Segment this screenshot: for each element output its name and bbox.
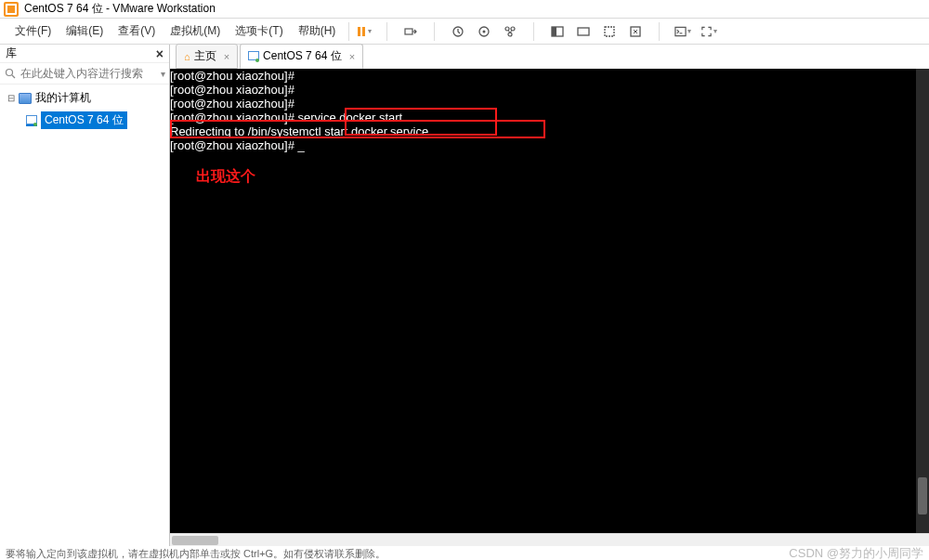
chevron-down-icon: ▾ bbox=[368, 27, 372, 35]
status-text: 要将输入定向到该虚拟机，请在虚拟机内部单击或按 Ctrl+G。如有侵权请联系删除… bbox=[6, 547, 386, 561]
svg-rect-1 bbox=[362, 27, 365, 36]
sidebar-tree: ⊟ 我的计算机 CentOS 7 64 位 bbox=[0, 85, 169, 546]
statusbar: 要将输入定向到该虚拟机，请在虚拟机内部单击或按 Ctrl+G。如有侵权请联系删除… bbox=[0, 546, 929, 560]
tab-vm-label: CentOS 7 64 位 bbox=[263, 48, 342, 64]
monitor-icon bbox=[19, 93, 32, 104]
menu-help[interactable]: 帮助(H) bbox=[291, 20, 344, 43]
tree-vm-label: CentOS 7 64 位 bbox=[41, 111, 127, 129]
sidebar-search: ▾ bbox=[0, 63, 169, 85]
svg-point-16 bbox=[7, 70, 13, 76]
svg-rect-2 bbox=[405, 29, 412, 34]
app-icon bbox=[4, 2, 19, 17]
menu-edit[interactable]: 编辑(E) bbox=[59, 20, 111, 43]
tab-home[interactable]: ⌂ 主页 × bbox=[176, 44, 238, 69]
terminal-line: [root@zhou xiaozhou]# bbox=[170, 83, 929, 97]
stretch-icon[interactable] bbox=[627, 23, 644, 40]
library-sidebar: 库 × ▾ ⊟ 我的计算机 CentOS 7 64 位 bbox=[0, 45, 170, 546]
send-icon[interactable] bbox=[402, 23, 419, 40]
separator bbox=[659, 22, 660, 41]
multimon-icon[interactable] bbox=[575, 23, 592, 40]
vm-terminal[interactable]: [root@zhou xiaozhou]# [root@zhou xiaozho… bbox=[170, 69, 929, 533]
menu-vm[interactable]: 虚拟机(M) bbox=[163, 20, 228, 43]
snapshot-tree-icon[interactable] bbox=[502, 23, 518, 40]
window-title: CentOS 7 64 位 - VMware Workstation bbox=[24, 1, 216, 17]
separator bbox=[533, 22, 534, 41]
search-input[interactable] bbox=[20, 67, 161, 80]
annotation-text: 出现这个 bbox=[196, 169, 255, 183]
console-icon[interactable]: ▾ bbox=[674, 23, 691, 40]
watermark: CSDN @努力的小周同学 bbox=[789, 545, 923, 560]
scrollbar-thumb[interactable] bbox=[918, 477, 927, 514]
vm-icon bbox=[26, 115, 37, 126]
tree-root-mycomputer[interactable]: ⊟ 我的计算机 bbox=[0, 88, 169, 108]
tree-item-vm[interactable]: CentOS 7 64 位 bbox=[0, 110, 169, 131]
svg-line-17 bbox=[12, 75, 15, 78]
vm-icon bbox=[248, 51, 259, 62]
terminal-line: [root@zhou xiaozhou]# _ bbox=[170, 138, 929, 152]
svg-rect-0 bbox=[358, 27, 360, 36]
terminal-scrollbar-vertical[interactable] bbox=[916, 69, 929, 533]
tab-vm[interactable]: CentOS 7 64 位 × bbox=[240, 44, 363, 69]
close-icon[interactable]: × bbox=[224, 51, 229, 62]
menu-view[interactable]: 查看(V) bbox=[111, 20, 163, 43]
snapshot-icon[interactable] bbox=[450, 23, 466, 40]
expand-icon[interactable]: ▾ bbox=[700, 23, 717, 40]
search-icon bbox=[4, 67, 17, 80]
main-area: 库 × ▾ ⊟ 我的计算机 CentOS 7 64 位 ⌂ bbox=[0, 45, 929, 546]
tabs-row: ⌂ 主页 × CentOS 7 64 位 × bbox=[170, 45, 929, 69]
close-icon[interactable]: × bbox=[349, 51, 355, 62]
terminal-scrollbar-horizontal[interactable] bbox=[170, 533, 929, 546]
toolbar: ▾ ▾ bbox=[355, 22, 717, 41]
separator bbox=[386, 22, 387, 41]
svg-rect-12 bbox=[605, 27, 614, 36]
terminal-line: [root@zhou xiaozhou]# bbox=[170, 69, 929, 83]
annotation-box bbox=[170, 120, 545, 138]
collapse-icon[interactable]: ⊟ bbox=[7, 93, 19, 103]
separator bbox=[434, 22, 435, 41]
svg-rect-10 bbox=[552, 27, 556, 36]
menu-file[interactable]: 文件(F) bbox=[7, 20, 59, 43]
fullscreen-icon[interactable] bbox=[549, 23, 566, 40]
content-area: ⌂ 主页 × CentOS 7 64 位 × [root@zhou xiaozh… bbox=[170, 45, 929, 546]
chevron-down-icon: ▾ bbox=[713, 27, 717, 35]
separator bbox=[348, 22, 349, 41]
home-icon: ⌂ bbox=[184, 51, 190, 62]
sidebar-header: 库 × bbox=[0, 45, 169, 63]
tab-home-label: 主页 bbox=[194, 48, 216, 64]
chevron-down-icon[interactable]: ▾ bbox=[161, 69, 165, 79]
close-icon[interactable]: × bbox=[156, 46, 164, 61]
titlebar: CentOS 7 64 位 - VMware Workstation bbox=[0, 0, 929, 19]
pause-icon[interactable]: ▾ bbox=[355, 23, 372, 40]
menubar: 文件(F) 编辑(E) 查看(V) 虚拟机(M) 选项卡(T) 帮助(H) ▾ bbox=[0, 19, 929, 45]
unity-icon[interactable] bbox=[601, 23, 618, 40]
svg-rect-14 bbox=[675, 27, 686, 35]
menu-tabs[interactable]: 选项卡(T) bbox=[228, 20, 290, 43]
svg-point-5 bbox=[483, 30, 486, 33]
menu-items: 文件(F) 编辑(E) 查看(V) 虚拟机(M) 选项卡(T) 帮助(H) bbox=[0, 20, 343, 43]
svg-rect-11 bbox=[578, 28, 589, 35]
sidebar-title: 库 bbox=[6, 46, 17, 61]
terminal-line: [root@zhou xiaozhou]# bbox=[170, 97, 929, 111]
chevron-down-icon: ▾ bbox=[687, 27, 691, 35]
tree-label: 我的计算机 bbox=[35, 90, 91, 106]
snapshot-manage-icon[interactable] bbox=[476, 23, 492, 40]
